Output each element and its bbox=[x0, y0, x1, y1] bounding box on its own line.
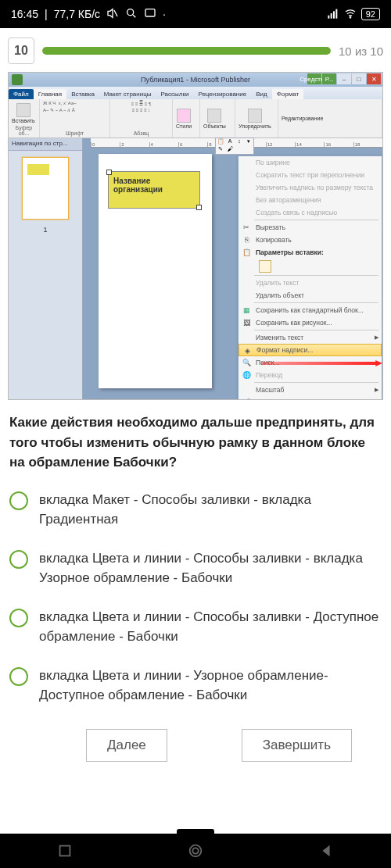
svg-point-11 bbox=[192, 848, 198, 853]
cm-translate: 🌐Перевод bbox=[239, 369, 382, 381]
paste-button: Вставить bbox=[12, 103, 35, 123]
cm-cut: ✂Вырезать bbox=[239, 221, 382, 234]
cm-fit-width: По ширине bbox=[239, 156, 382, 169]
styles-button: Стили bbox=[176, 109, 192, 129]
home-button[interactable] bbox=[187, 842, 204, 859]
max-button: □ bbox=[352, 73, 366, 84]
status-speed: 77,7 КБ/с bbox=[54, 8, 100, 20]
nav-header: Навигация по стр... bbox=[9, 138, 82, 151]
signal-icon bbox=[327, 7, 339, 22]
step-number: 10 bbox=[8, 38, 34, 64]
answer-options: вкладка Макет - Способы заливки - вкладк… bbox=[9, 490, 382, 705]
svg-rect-3 bbox=[145, 9, 155, 16]
objects-button: Объекты bbox=[203, 109, 226, 129]
svg-point-8 bbox=[350, 16, 350, 17]
cut-icon: ✂ bbox=[241, 222, 252, 233]
page-canvas: Название организации bbox=[99, 154, 212, 388]
nav-handle-icon bbox=[177, 829, 214, 834]
cm-copy: ⎘Копировать bbox=[239, 234, 382, 246]
option-2[interactable]: вкладка Цвета и линии - Способы заливки … bbox=[9, 548, 382, 588]
window-title: Публикация1 - Microsoft Publisher bbox=[141, 76, 250, 84]
navigation-panel: Навигация по стр... 1 bbox=[9, 138, 83, 399]
publisher-logo-icon bbox=[12, 74, 23, 85]
format-icon: ◈ bbox=[242, 345, 253, 356]
svg-line-0 bbox=[114, 10, 117, 16]
chat-icon bbox=[144, 7, 156, 22]
cm-del-obj: Удалить объект bbox=[239, 289, 382, 302]
paste-icon bbox=[16, 103, 30, 117]
tab-review: Рецензирование bbox=[193, 89, 251, 99]
progress-label: 10 из 10 bbox=[339, 45, 383, 58]
radio-icon[interactable] bbox=[9, 609, 28, 627]
arrange-button: Упорядочить bbox=[239, 109, 271, 129]
recent-apps-button[interactable] bbox=[56, 842, 74, 859]
arrange-icon bbox=[248, 109, 262, 123]
tab-layout: Макет страницы bbox=[99, 89, 156, 99]
svg-point-1 bbox=[127, 9, 134, 15]
next-button[interactable]: Далее bbox=[86, 729, 167, 762]
status-bar: 16:45 | 77,7 КБ/с · 92 bbox=[0, 0, 391, 28]
window-titlebar: Публикация1 - Microsoft Publisher Средст… bbox=[9, 73, 382, 87]
search-icon bbox=[125, 7, 138, 22]
cm-zoom: Масштаб▶ bbox=[239, 384, 382, 396]
edit-button: Редактирование bbox=[282, 116, 323, 121]
cm-del-text: Удалить текст bbox=[239, 277, 382, 289]
tab-format: Формат bbox=[272, 89, 303, 99]
tab-file: Файл bbox=[9, 89, 34, 99]
cm-paste-opts: 📋Параметры вставки: bbox=[239, 246, 382, 259]
wifi-icon bbox=[344, 7, 357, 22]
page-thumbnail bbox=[22, 157, 69, 220]
objects-icon bbox=[207, 109, 221, 123]
cm-save-block: ▦Сохранить как стандартный блок... bbox=[239, 304, 382, 316]
cm-enlarge: Увеличить надпись по размеру текста bbox=[239, 181, 382, 194]
link-icon: 🔗 bbox=[241, 397, 252, 400]
cm-shrink: Сократить текст при переполнении bbox=[239, 169, 382, 181]
radio-icon[interactable] bbox=[9, 667, 28, 686]
back-button[interactable] bbox=[317, 842, 335, 859]
cm-paste-sub bbox=[239, 259, 382, 274]
copy-icon: ⎘ bbox=[241, 234, 252, 245]
radio-icon[interactable] bbox=[9, 550, 28, 569]
svg-rect-7 bbox=[335, 9, 337, 18]
progress-bar bbox=[42, 47, 331, 55]
cm-change-text: Изменить текст▶ bbox=[239, 331, 382, 344]
svg-rect-5 bbox=[330, 13, 332, 19]
cm-format-label: ◈Формат надписи... bbox=[239, 344, 382, 356]
min-button: – bbox=[337, 73, 351, 84]
translate-icon: 🌐 bbox=[241, 370, 252, 380]
cm-save-pic: 🖼Сохранить как рисунок... bbox=[239, 316, 382, 329]
cm-link: Создать связь с надписью bbox=[239, 206, 382, 219]
option-1[interactable]: вкладка Макет - Способы заливки - вкладк… bbox=[9, 490, 382, 530]
option-4[interactable]: вкладка Цвета и линии - Узорное обрамлен… bbox=[9, 666, 382, 705]
tab-home: Главная bbox=[34, 89, 66, 99]
mute-icon bbox=[106, 7, 119, 22]
radio-icon[interactable] bbox=[9, 491, 28, 510]
close-button: ✕ bbox=[367, 73, 381, 84]
tools-tab: Средств... bbox=[307, 73, 321, 84]
android-nav-bar bbox=[0, 834, 391, 868]
paste-icon: 📋 bbox=[241, 247, 252, 258]
publisher-screenshot: Публикация1 - Microsoft Publisher Средст… bbox=[8, 72, 383, 400]
styles-icon bbox=[177, 109, 191, 123]
svg-rect-4 bbox=[328, 15, 329, 18]
pic-icon: 🖼 bbox=[241, 317, 252, 328]
tab-mail: Рассылки bbox=[156, 89, 194, 99]
tab-view: Вид bbox=[251, 89, 271, 99]
option-3[interactable]: вкладка Цвета и линии - Способы заливки … bbox=[9, 607, 382, 647]
find-icon: 🔍 bbox=[241, 357, 252, 368]
block-icon: ▦ bbox=[241, 305, 252, 316]
battery-icon: 92 bbox=[361, 8, 380, 20]
svg-line-2 bbox=[133, 15, 135, 17]
cm-noauto: Без авторазмещения bbox=[239, 194, 382, 206]
progress-row: 10 10 из 10 bbox=[8, 38, 383, 64]
svg-rect-6 bbox=[333, 11, 335, 18]
finish-button[interactable]: Завершить bbox=[242, 729, 352, 762]
svg-point-10 bbox=[190, 845, 202, 857]
question-text: Какие действия необходимо дальше предпри… bbox=[9, 413, 382, 473]
page-number: 1 bbox=[9, 226, 82, 234]
ribbon: Вставить Буфер об... Ж К Ч х, х' Аа~ A~ … bbox=[9, 99, 382, 138]
mini-toolbar: 📋A↕▾ ✎🖌 bbox=[215, 138, 254, 155]
status-time: 16:45 bbox=[11, 8, 38, 20]
canvas-area: 024681012141618 Название организации 📋A↕… bbox=[83, 138, 382, 399]
ribbon-tabs: Файл Главная Вставка Макет страницы Расс… bbox=[9, 87, 382, 99]
